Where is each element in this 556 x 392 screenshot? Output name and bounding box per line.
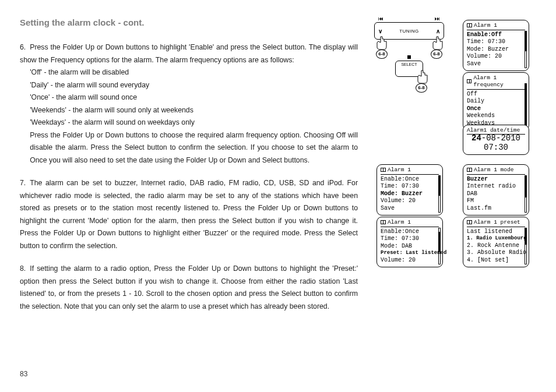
step-6-opt-weekends: 'Weekends' - the alarm will sound only a… bbox=[20, 104, 358, 117]
scrollbar bbox=[525, 83, 527, 128]
alarm-icon bbox=[467, 23, 472, 27]
lcd-alarm1-enable: Alarm 1 Enable:Off Time: 07:30 Mode: Buz… bbox=[463, 20, 529, 71]
lcd-title: Alarm 1 preset bbox=[474, 219, 520, 226]
lcd-row: Mode: Buzzer bbox=[467, 46, 525, 54]
tuning-buttons-illustration: ⏮ ⏭ ∨ TUNING ∧ 6-8 6-8 SELECT bbox=[374, 22, 444, 77]
lcd-alarm1-once: Alarm 1 Enable:Once Time: 07:30 Mode: Bu… bbox=[376, 164, 443, 216]
scrollbar bbox=[438, 175, 441, 213]
lcd-row: 2. Rock Antenne bbox=[467, 242, 525, 250]
step-6-num: 6. bbox=[20, 41, 30, 54]
lcd-row: Once bbox=[467, 105, 525, 113]
chevron-down-icon: ∨ bbox=[378, 28, 382, 34]
chevron-up-icon: ∧ bbox=[436, 28, 440, 34]
scrollbar bbox=[438, 228, 441, 264]
callout-badge: 6-8 bbox=[431, 50, 442, 59]
step-8-text: If setting the alarm to a radio option, … bbox=[20, 264, 358, 310]
lcd-alarm1-dab: Alarm 1 Enable:Once Time: 07:30 Mode: DA… bbox=[376, 217, 443, 267]
lcd-row: Daily bbox=[467, 98, 525, 105]
lcd-row: 3. Absolute Radio bbox=[467, 249, 525, 257]
lcd-title: Alarm 1 frequency bbox=[473, 75, 525, 89]
step-6: 6.Press the Folder Up or Down buttons to… bbox=[20, 41, 358, 167]
lcd-row: Volume: 20 bbox=[467, 53, 525, 61]
lcd-alarm1-frequency: Alarm 1 frequency Off Daily Once Weekend… bbox=[463, 72, 529, 130]
lcd-title: Alarm 1 mode bbox=[474, 167, 513, 174]
lcd-date: 24-08-2010 bbox=[471, 133, 520, 143]
step-8: 8.If setting the alarm to a radio option… bbox=[20, 263, 358, 313]
step-7: 7.The alarm can be set to buzzer, Intern… bbox=[20, 177, 358, 252]
lcd-alarm1-datetime: Alarm1 date/time 24-08-2010 07:30 bbox=[463, 125, 529, 155]
lcd-row: DAB bbox=[467, 190, 525, 198]
tuning-label: TUNING bbox=[399, 29, 419, 34]
lcd-row: Mode: Buzzer bbox=[381, 190, 439, 198]
lcd-time: 07:30 bbox=[484, 143, 508, 152]
step-6-opt-daily: 'Daily' - the alarm will sound everyday bbox=[20, 79, 358, 92]
scrollbar bbox=[525, 31, 527, 68]
lcd-row: Preset: Last listened bbox=[381, 250, 439, 256]
step-6-para2: Press the Folder Up or Down buttons to c… bbox=[20, 129, 358, 167]
step-7-num: 7. bbox=[20, 177, 30, 190]
lcd-title: Alarm 1 bbox=[474, 22, 497, 29]
lcd-row: 4. [Not set] bbox=[467, 257, 525, 264]
lcd-row: Save bbox=[381, 205, 439, 213]
lcd-alarm1-preset: Alarm 1 preset Last listened 1. Radio Lu… bbox=[463, 217, 529, 267]
skip-prev-icon: ⏮ bbox=[378, 16, 383, 22]
scrollbar bbox=[525, 228, 527, 264]
lcd-row: Buzzer bbox=[467, 176, 525, 183]
alarm-icon bbox=[381, 168, 386, 172]
step-6-opt-weekdays: 'Weekdays' - the alarm will sound on wee… bbox=[20, 116, 358, 129]
lcd-row: Volume: 20 bbox=[381, 197, 439, 205]
lcd-row: Last listened bbox=[467, 228, 525, 236]
scrollbar bbox=[525, 175, 527, 213]
lcd-row: FM bbox=[467, 197, 525, 205]
lcd-row: Internet radio bbox=[467, 183, 525, 190]
hand-pointer-icon bbox=[428, 36, 446, 51]
tuning-button-row: ⏮ ⏭ ∨ TUNING ∧ 6-8 6-8 bbox=[374, 22, 444, 40]
step-7-text: The alarm can be set to buzzer, Internet… bbox=[20, 179, 358, 250]
select-label: SELECT bbox=[401, 62, 417, 66]
hand-pointer-icon bbox=[413, 69, 431, 84]
page-title: Setting the alarm clock - cont. bbox=[20, 17, 358, 27]
step-6-opt-off: 'Off' - the alarm will be disabled bbox=[20, 66, 358, 79]
lcd-row: Enable:Once bbox=[381, 176, 439, 183]
select-button-illustration: SELECT 6-8 bbox=[395, 61, 423, 77]
step-6-opt-once: 'Once' - the alarm will sound once bbox=[20, 91, 358, 104]
lcd-row: Save bbox=[467, 61, 525, 68]
lcd-title: Alarm1 date/time bbox=[467, 127, 520, 133]
lcd-row: Weekends bbox=[467, 112, 525, 120]
alarm-icon bbox=[467, 79, 471, 83]
alarm-icon bbox=[381, 220, 386, 224]
lcd-row: Time: 07:30 bbox=[381, 183, 439, 190]
lcd-row: Mode: DAB bbox=[381, 243, 439, 250]
lcd-row: Volume: 20 bbox=[381, 257, 439, 264]
lcd-alarm1-mode: Alarm 1 mode Buzzer Internet radio DAB F… bbox=[463, 164, 529, 216]
lcd-row: Off bbox=[467, 91, 525, 98]
step-8-num: 8. bbox=[20, 263, 30, 276]
hand-pointer-icon bbox=[372, 36, 390, 51]
lcd-title: Alarm 1 bbox=[388, 219, 411, 226]
stop-icon bbox=[407, 55, 411, 59]
callout-badge: 6-8 bbox=[416, 83, 427, 93]
lcd-title: Alarm 1 bbox=[388, 167, 411, 174]
skip-next-icon: ⏭ bbox=[435, 16, 440, 22]
alarm-icon bbox=[467, 168, 472, 172]
lcd-row: Time: 07:30 bbox=[381, 235, 439, 243]
lcd-row: Last.fm bbox=[467, 205, 525, 213]
lcd-row: Enable:Once bbox=[381, 228, 439, 236]
lcd-row: Time: 07:30 bbox=[467, 38, 525, 46]
alarm-icon bbox=[467, 220, 472, 224]
page-number: 83 bbox=[20, 370, 27, 378]
lcd-row: Enable:Off bbox=[467, 31, 525, 39]
callout-badge: 6-8 bbox=[376, 50, 388, 59]
step-6-intro: Press the Folder Up or Down buttons to h… bbox=[20, 43, 358, 64]
lcd-row: 1. Radio Luxembourg bbox=[467, 235, 525, 242]
